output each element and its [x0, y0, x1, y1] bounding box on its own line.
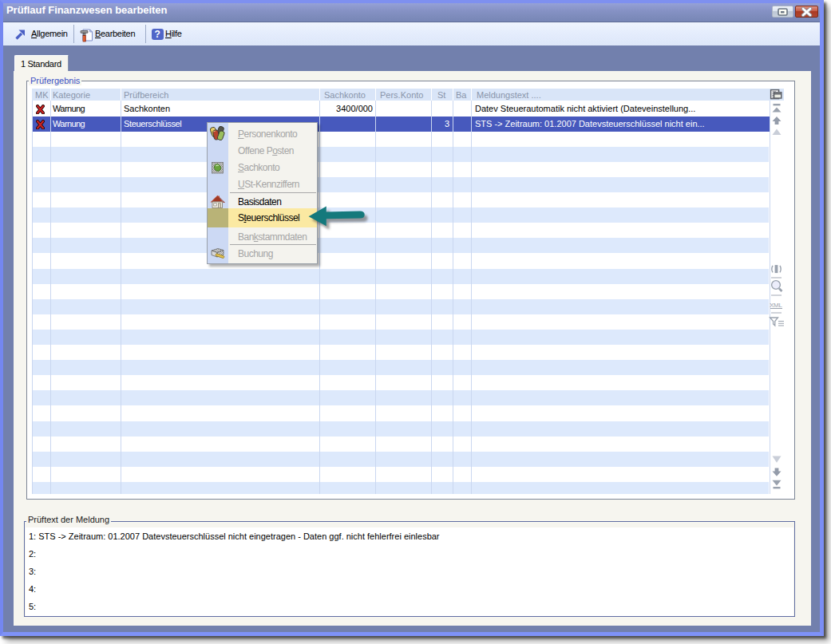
svg-text:XML: XML: [770, 302, 782, 309]
